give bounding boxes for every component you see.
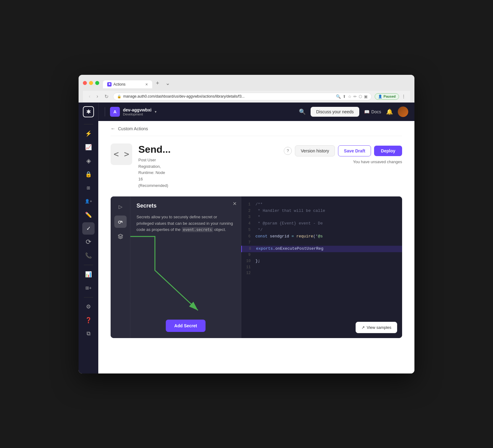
browser-tab[interactable]: ✱ Actions × — [103, 80, 152, 88]
share-icon: ⬆ — [343, 94, 346, 99]
action-title: Send... — [138, 143, 278, 155]
editor-left-panel: ▷ — [111, 196, 130, 338]
code-content: 1 /** 2 * Handler that will be calle 3 * — [241, 196, 402, 281]
add-secret-button[interactable]: Add Secret — [166, 320, 206, 332]
sidebar-item-security[interactable]: 🔒 — [82, 168, 95, 180]
lock-icon: 🔒 — [117, 95, 121, 99]
sidebar-item-user-management[interactable]: 👤+ — [82, 195, 95, 208]
controls-row: ? Version history Save Draft Deploy — [284, 145, 402, 156]
breadcrumb[interactable]: ← Custom Actions — [111, 121, 402, 136]
search-button[interactable]: 🔍 — [299, 108, 306, 115]
deploy-button[interactable]: Deploy — [374, 146, 402, 156]
workspace-info: dev-aggvwbxi Development — [123, 107, 152, 116]
docs-button[interactable]: 📖 Docs — [364, 109, 381, 114]
svg-point-0 — [118, 221, 121, 224]
sidebar-logo: ✱ — [83, 106, 94, 117]
code-line-7: 7 — [241, 240, 402, 246]
breadcrumb-text: Custom Actions — [118, 126, 148, 131]
tab-list-button[interactable]: ⌄ — [163, 78, 173, 88]
secrets-panel: ✕ Secrets Secrets allow you to securely … — [130, 196, 241, 338]
code-line-11: 11 — [241, 264, 402, 270]
view-samples-button[interactable]: ↗ View samples — [356, 322, 397, 333]
sidebar-item-deploy[interactable]: ◈ — [82, 155, 95, 167]
maximize-window-button[interactable] — [95, 81, 99, 85]
code-line-5: 5 */ — [241, 227, 402, 233]
action-subtitle: Post User Registration, Runtime: Node 16… — [138, 157, 278, 189]
address-text: manage.auth0.com/dashboard/us/dev-aggvwb… — [123, 94, 334, 99]
cube-icon — [118, 234, 123, 239]
close-window-button[interactable] — [83, 81, 87, 85]
key-icon — [118, 219, 123, 224]
tab-close-button[interactable]: × — [145, 82, 148, 87]
minimize-window-button[interactable] — [89, 81, 93, 85]
workspace-avatar: A — [110, 107, 120, 117]
unsaved-changes-text: You have unsaved changes — [353, 159, 402, 164]
action-controls: ? Version history Save Draft Deploy You … — [284, 143, 402, 164]
paused-avatar: 👤 — [378, 95, 382, 99]
panel-title: Secrets — [136, 203, 235, 209]
sidebar-item-auth-pipeline[interactable]: ⟳ — [82, 236, 95, 248]
chevron-down-icon: ▾ — [155, 110, 157, 114]
new-tab-button[interactable]: + — [153, 78, 162, 88]
extensions-icon: ⬡ — [359, 94, 362, 99]
code-icon: < > — [114, 149, 129, 159]
address-field[interactable]: 🔒 manage.auth0.com/dashboard/us/dev-aggv… — [113, 93, 372, 100]
code-line-4: 4 * @param {Event} event - De — [241, 220, 402, 227]
play-button[interactable]: ▷ — [114, 201, 127, 213]
code-panel[interactable]: 1 /** 2 * Handler that will be calle 3 * — [241, 196, 402, 338]
code-line-6: 6 const sendgrid = require('@s — [241, 233, 402, 240]
tab-title: Actions — [113, 82, 125, 87]
sidebar-item-integrations[interactable]: 📞 — [82, 249, 95, 262]
code-line-9: 9 — [241, 252, 402, 258]
sidebar-item-settings[interactable]: ⚙ — [82, 301, 95, 313]
sidebar-divider-1 — [84, 124, 93, 124]
sidebar-item-help[interactable]: ❓ — [82, 314, 95, 326]
code-line-2: 2 * Handler that will be calle — [241, 208, 402, 214]
discuss-needs-button[interactable]: Discuss your needs — [311, 107, 359, 117]
modules-button[interactable] — [114, 230, 127, 243]
browser-icons: 👤 Paused ⋮ — [375, 93, 406, 100]
code-line-10: 10 }; — [241, 258, 402, 264]
sidebar-item-branding[interactable]: ✏️ — [82, 209, 95, 221]
forward-button[interactable]: › — [95, 93, 100, 100]
auth0-tab-icon: ✱ — [107, 82, 112, 87]
external-link-icon: ↗ — [361, 325, 365, 330]
action-header: < > Send... Post User Registration, Runt… — [111, 136, 402, 195]
sidebar-item-organizations[interactable]: ⊞ — [82, 182, 95, 194]
sidebar-item-expand[interactable]: ⧉ — [82, 328, 95, 340]
sidebar-divider-3 — [84, 297, 93, 297]
back-arrow-icon: ← — [111, 126, 116, 131]
action-meta: Send... Post User Registration, Runtime:… — [138, 143, 278, 189]
version-history-button[interactable]: Version history — [295, 145, 335, 156]
secrets-description: Secrets allow you to securely define sec… — [136, 214, 235, 313]
content-inner: ← Custom Actions < > Send... Post User R… — [98, 121, 414, 373]
stylus-icon: ✏ — [353, 94, 357, 99]
nav-divider — [105, 107, 105, 116]
code-line-1: 1 /** — [241, 201, 402, 208]
book-icon: 📖 — [364, 109, 369, 114]
sidebar-item-monitoring[interactable]: 📊 — [82, 268, 95, 281]
panel-close-button[interactable]: ✕ — [233, 201, 237, 207]
address-bar: ‹ › ↻ 🔒 manage.auth0.com/dashboard/us/de… — [83, 91, 410, 103]
sidebar-item-actions[interactable]: ✓ — [82, 222, 95, 235]
code-line-12: 12 — [241, 270, 402, 276]
save-draft-button[interactable]: Save Draft — [338, 145, 371, 156]
sidebar-item-marketplace[interactable]: ⊞+ — [82, 282, 95, 294]
more-options-button[interactable]: ⋮ — [401, 94, 406, 99]
sidebar-item-analytics[interactable]: 📈 — [82, 141, 95, 153]
user-avatar[interactable] — [398, 107, 408, 117]
workspace-name: dev-aggvwbxi — [123, 107, 152, 112]
sidebar-item-activity[interactable]: ⚡ — [82, 127, 95, 140]
help-icon[interactable]: ? — [284, 147, 292, 155]
workspace-selector[interactable]: A dev-aggvwbxi Development ▾ — [110, 107, 157, 117]
sidebar-divider-2 — [84, 265, 93, 265]
zoom-icon: 🔍 — [336, 94, 341, 99]
back-button[interactable]: ‹ — [87, 93, 92, 100]
reload-button[interactable]: ↻ — [103, 93, 110, 100]
action-icon-box: < > — [111, 143, 132, 165]
secrets-panel-button[interactable] — [114, 216, 127, 228]
sidebar: ✱ ⚡ 📈 ◈ 🔒 ⊞ 👤+ ✏️ ✓ ⟳ 📞 📊 ⊞+ ⚙ ❓ ⧉ — [79, 103, 98, 373]
notifications-button[interactable]: 🔔 — [386, 108, 393, 115]
paused-badge: 👤 Paused — [375, 93, 399, 100]
workspace-env: Development — [123, 112, 152, 116]
